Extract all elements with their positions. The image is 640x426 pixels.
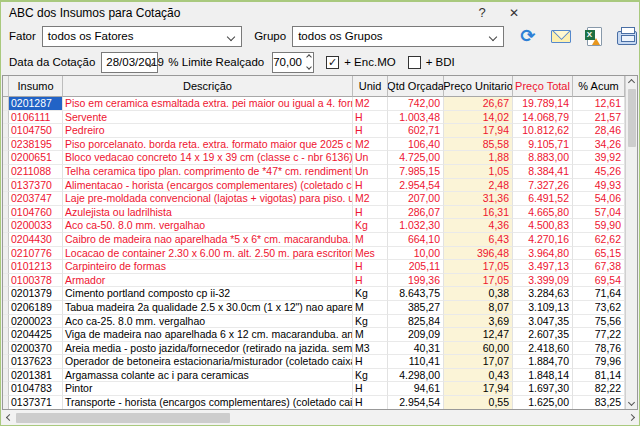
cell-preco-unitario: 17,05 — [444, 274, 513, 288]
cell-qtd-orcada: 1.003,48 — [388, 111, 444, 125]
enc-mo-checkbox[interactable]: ✓ — [326, 56, 339, 69]
cell-acum: 82,22 — [573, 382, 625, 396]
cell-insumo-code: 0104783 — [9, 382, 63, 396]
spin-up-button[interactable] — [304, 53, 313, 63]
horizontal-scrollbar[interactable] — [2, 410, 638, 425]
header-qtd-orcada[interactable]: Qtd Orçada — [388, 76, 444, 97]
cell-descricao: Tabua madeira 2a qualidade 2.5 x 30.0cm … — [63, 301, 353, 315]
scroll-right-button[interactable] — [624, 415, 638, 420]
grupo-selected-value: todos os Grupos — [298, 30, 382, 42]
fator-combobox[interactable]: todos os Fatores — [42, 26, 242, 47]
table-row[interactable]: 0211088Telha ceramica tipo plan. comprim… — [3, 165, 625, 179]
cell-qtd-orcada: 8.643,75 — [388, 287, 444, 301]
window-title: ABC dos Insumos para Cotação — [9, 6, 180, 20]
table-row[interactable]: 0106111ServenteH1.003,4814,0214.068,7921… — [3, 111, 625, 125]
close-button[interactable]: ✕ — [499, 2, 529, 23]
table-row[interactable]: 0137623Operador de betoneira estacionari… — [3, 355, 625, 369]
table-row[interactable]: 0104783PintorH94,6117,941.697,3082,22 — [3, 382, 625, 396]
table-row[interactable]: 0203747Laje pre-moldada convencional (la… — [3, 192, 625, 206]
table-row[interactable]: 0200370Areia media - posto jazida/fornec… — [3, 342, 625, 356]
cell-preco-unitario: 1,05 — [444, 165, 513, 179]
chevron-down-icon — [489, 32, 497, 40]
cell-descricao: Armador — [63, 274, 353, 288]
table-row[interactable]: 0137371Transporte - horista (encargos co… — [3, 396, 625, 409]
help-button[interactable]: ? — [467, 2, 497, 23]
cell-unid: M — [353, 301, 388, 315]
cell-preco-total: 14.068,79 — [513, 111, 573, 125]
refresh-button[interactable]: ⟳ — [516, 25, 540, 47]
cell-descricao: Servente — [63, 111, 353, 125]
vertical-scrollbar[interactable] — [625, 76, 637, 409]
table-row[interactable]: 0101213Carpinteiro de formasH205,1117,05… — [3, 260, 625, 274]
refresh-icon: ⟳ — [520, 27, 535, 45]
cell-descricao: Locacao de container 2.30 x 6.00 m. alt.… — [63, 247, 353, 261]
vertical-scrollbar-thumb[interactable] — [628, 89, 636, 147]
cell-acum: 12,61 — [573, 97, 625, 111]
header-preco-unitario[interactable]: Preço Unitario — [444, 76, 513, 97]
cell-descricao: Transporte - horista (encargos complemen… — [63, 396, 353, 409]
cell-descricao: Pintor — [63, 382, 353, 396]
title-bar: ABC dos Insumos para Cotação ? ✕ — [1, 2, 639, 23]
table-row[interactable]: 0201379Cimento portland composto cp ii-3… — [3, 287, 625, 301]
cell-acum: 59,90 — [573, 219, 625, 233]
print-button[interactable] — [615, 25, 639, 47]
table-row[interactable]: 0238195Piso porcelanato. borda reta. ext… — [3, 138, 625, 152]
cell-unid: H — [353, 111, 388, 125]
cell-acum: 73,62 — [573, 301, 625, 315]
cell-preco-unitario: 17,94 — [444, 382, 513, 396]
table-row[interactable]: 0204425Viga de madeira nao aparelhada 6 … — [3, 328, 625, 342]
cell-descricao: Argamassa colante ac i para ceramicas — [63, 369, 353, 383]
cell-preco-total: 8.883,00 — [513, 151, 573, 165]
table-row[interactable]: 0100378ArmadorH199,3617,053.399,0969,54 — [3, 274, 625, 288]
excel-export-button[interactable] — [582, 25, 606, 47]
table-row[interactable]: 0210776Locacao de container 2.30 x 6.00 … — [3, 247, 625, 261]
header-insumo[interactable]: Insumo — [9, 76, 63, 97]
cell-insumo-code: 0201379 — [9, 287, 63, 301]
table-row[interactable]: 0104750PedreiroH602,7117,9410.812,6228,4… — [3, 124, 625, 138]
cell-unid: M2 — [353, 192, 388, 206]
scroll-left-button[interactable] — [2, 415, 16, 420]
cell-preco-total: 19.789,14 — [513, 97, 573, 111]
cell-qtd-orcada: 4.725,00 — [388, 151, 444, 165]
date-combobox[interactable]: 28/03/2019 — [101, 52, 158, 73]
cell-insumo-code: 0210776 — [9, 247, 63, 261]
scroll-down-button[interactable] — [629, 396, 634, 409]
toolbar-actions: ⟳ — [516, 25, 639, 47]
table-row[interactable]: 0200023Aco ca-25. 8.0 mm. vergalhaoKg825… — [3, 315, 625, 329]
table-row[interactable]: 0137370Alimentacao - horista (encargos c… — [3, 179, 625, 193]
header-acum[interactable]: % Acum — [573, 76, 625, 97]
cell-preco-total: 2.607,35 — [513, 328, 573, 342]
cell-descricao: Areia media - posto jazida/fornecedor (r… — [63, 342, 353, 356]
bdi-checkbox[interactable] — [408, 56, 421, 69]
chevron-right-icon — [627, 414, 634, 421]
cell-unid: Kg — [353, 315, 388, 329]
table-row[interactable]: 0201287Piso em ceramica esmaltada extra.… — [3, 97, 625, 111]
chevron-up-icon — [306, 54, 312, 60]
cell-descricao: Bloco vedacao concreto 14 x 19 x 39 cm (… — [63, 151, 353, 165]
scroll-up-button[interactable] — [629, 76, 634, 89]
cell-preco-unitario: 26,67 — [444, 97, 513, 111]
header-preco-total[interactable]: Preço Total — [513, 76, 573, 97]
spin-down-button[interactable] — [304, 62, 313, 72]
table-row[interactable]: 0200651Bloco vedacao concreto 14 x 19 x … — [3, 151, 625, 165]
table-row[interactable]: 0204430Caibro de madeira nao aparelhada … — [3, 233, 625, 247]
horizontal-scrollbar-thumb[interactable] — [16, 413, 230, 423]
cell-acum: 69,54 — [573, 274, 625, 288]
cell-preco-total: 3.497,13 — [513, 260, 573, 274]
cell-unid: Mes — [353, 247, 388, 261]
cell-unid: H — [353, 179, 388, 193]
cell-preco-total: 7.327,26 — [513, 179, 573, 193]
table-row[interactable]: 0104760Azulejista ou ladrilhistaH286,071… — [3, 206, 625, 220]
cell-preco-total: 1.848,14 — [513, 369, 573, 383]
table-row[interactable]: 0201381Argamassa colante ac i para ceram… — [3, 369, 625, 383]
header-descricao[interactable]: Descrição — [63, 76, 353, 97]
table-row[interactable]: 0200033Aco ca-50. 8.0 mm. vergalhaoKg1.0… — [3, 219, 625, 233]
cell-qtd-orcada: 742,00 — [388, 97, 444, 111]
table-row[interactable]: 0206189Tabua madeira 2a qualidade 2.5 x … — [3, 301, 625, 315]
limit-spinner[interactable]: 70,00 — [272, 52, 314, 73]
email-button[interactable] — [549, 25, 573, 47]
header-unid[interactable]: Unid — [353, 76, 388, 97]
cell-insumo-code: 0204430 — [9, 233, 63, 247]
grupo-combobox[interactable]: todos os Grupos — [292, 26, 504, 47]
cell-unid: M — [353, 328, 388, 342]
